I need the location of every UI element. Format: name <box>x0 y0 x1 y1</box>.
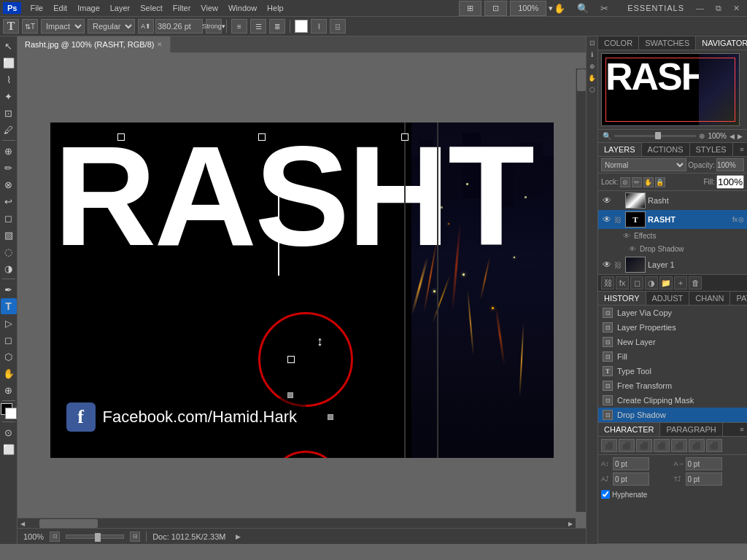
tab-actions[interactable]: ACTIONS <box>642 143 690 156</box>
align-center-btn[interactable]: ☰ <box>250 19 266 34</box>
crop-tool[interactable]: ⊡ <box>1 105 17 121</box>
layer-new-bottom-btn[interactable]: + <box>674 276 687 289</box>
zoom-tool[interactable]: ⊕ <box>1 382 17 398</box>
fill-input[interactable] <box>716 175 744 189</box>
history-brush-tool[interactable]: ↩ <box>1 193 17 209</box>
history-item-2[interactable]: ⊡ Layer Properties <box>598 320 747 335</box>
quick-select-tool[interactable]: ✦ <box>1 88 17 104</box>
justify-left-char-btn[interactable]: ⬛ <box>654 439 670 452</box>
tab-adjust[interactable]: ADJUST <box>646 292 690 305</box>
doc-info-arrow[interactable]: ▶ <box>233 532 243 542</box>
nav-zoom-slider[interactable] <box>614 135 696 137</box>
zoom-out-btn[interactable]: ⊟ <box>130 532 140 542</box>
layer-vis-layer1[interactable]: 👁 <box>601 259 613 271</box>
menu-image[interactable]: Image <box>73 2 104 14</box>
text-tool-icon[interactable]: T <box>3 19 19 34</box>
warp-text-btn[interactable]: ⌇ <box>311 19 327 34</box>
lock-transparent-btn[interactable]: ⊘ <box>620 177 630 187</box>
layer-delete-bottom-btn[interactable]: 🗑 <box>689 276 702 289</box>
tab-history[interactable]: HISTORY <box>598 292 646 305</box>
justify-center-char-btn[interactable]: ⬛ <box>671 439 687 452</box>
history-item-8[interactable]: ⊡ Drop Shadow <box>598 408 747 422</box>
menu-select[interactable]: Select <box>136 2 167 14</box>
menu-filter[interactable]: Filter <box>169 2 195 14</box>
document-tab[interactable]: Rasht.jpg @ 100% (RASHT, RGB/8) ✕ <box>18 36 171 52</box>
font-style-select[interactable]: Regular <box>88 19 135 34</box>
panel-toggle-1[interactable]: ⊡ <box>587 38 597 48</box>
layer-vis-rasht[interactable]: 👁 <box>601 195 613 206</box>
char-input-3[interactable] <box>613 472 649 486</box>
screen-mode-btn[interactable]: ⬜ <box>1 441 17 457</box>
layer-vis-RASHT[interactable]: 👁 <box>601 214 613 225</box>
zoom-tool-menu[interactable]: 🔍 <box>573 1 593 15</box>
align-right-btn[interactable]: ≣ <box>269 19 285 34</box>
lock-position-btn[interactable]: ✋ <box>643 177 654 187</box>
extra-tool[interactable]: ✂ <box>596 1 613 15</box>
healing-brush-tool[interactable]: ⊕ <box>1 143 17 159</box>
dodge-tool[interactable]: ◑ <box>1 260 17 276</box>
restore-btn[interactable]: ⧉ <box>711 2 726 15</box>
layer-adjustment-bottom-btn[interactable]: ◑ <box>645 276 658 289</box>
nav-view-box[interactable] <box>605 58 735 122</box>
move-tool[interactable]: ↖ <box>1 38 17 54</box>
history-item-3[interactable]: ⊡ New Layer <box>598 335 747 349</box>
essentials-label[interactable]: ESSENTIALS <box>623 2 689 14</box>
align-right-char-btn[interactable]: ⬛ <box>636 439 652 452</box>
opacity-input[interactable] <box>716 158 744 171</box>
lasso-tool[interactable]: ⌇ <box>1 71 17 88</box>
hand-tool[interactable]: ✋ <box>1 365 17 381</box>
scroll-left-btn[interactable]: ◀ <box>18 518 28 528</box>
layers-panel-menu[interactable]: ≡ <box>737 144 747 155</box>
layer-mask-bottom-btn[interactable]: ◻ <box>630 276 643 289</box>
layer-row-rasht[interactable]: 👁 Rasht <box>598 191 747 210</box>
canvas-content[interactable]: RASHT <box>50 122 554 458</box>
transform-handle-br[interactable] <box>287 392 293 398</box>
transform-handle-tl[interactable] <box>117 133 125 141</box>
tab-character[interactable]: CHARACTER <box>598 423 660 436</box>
horizontal-scrollbar[interactable]: ◀ ▶ <box>18 518 576 528</box>
zoom-slider-thumb[interactable] <box>95 533 101 542</box>
3d-tool[interactable]: ⬡ <box>1 349 17 365</box>
tab-swatches[interactable]: SWATCHES <box>639 36 696 50</box>
zoom-slider[interactable] <box>66 534 124 539</box>
menu-window[interactable]: Window <box>224 2 261 14</box>
foreground-color[interactable] <box>1 403 17 419</box>
shape-tool[interactable]: ◻ <box>1 332 17 348</box>
text-orientation-btn[interactable]: ⇅T <box>22 19 38 34</box>
zoom-fit-btn[interactable]: ⊡ <box>50 532 60 542</box>
nav-zoom-in[interactable]: ⊕ <box>699 132 705 140</box>
align-center-char-btn[interactable]: ⬛ <box>619 439 635 452</box>
quick-mask-btn[interactable]: ⊙ <box>1 424 17 440</box>
tab-paths[interactable]: PATHS <box>730 292 747 305</box>
justify-right-char-btn[interactable]: ⬛ <box>689 439 705 452</box>
layer-row-RASHT[interactable]: 👁 ⛓ T RASHT fx ◎ <box>598 210 747 229</box>
panel-toggle-3[interactable]: ⊕ <box>587 61 597 71</box>
tab-styles[interactable]: STYLES <box>690 143 733 156</box>
panel-toggle-4[interactable]: ✋ <box>587 73 597 83</box>
char-panel-menu[interactable]: ≡ <box>737 424 747 435</box>
text-tool[interactable]: T <box>1 298 17 314</box>
char-input-1[interactable] <box>613 457 649 470</box>
vertical-scrollbar[interactable] <box>576 69 586 512</box>
char-input-2[interactable] <box>686 457 722 470</box>
layer-group-bottom-btn[interactable]: 📁 <box>659 276 673 289</box>
screen-mode-selector[interactable]: ⊡ <box>484 1 507 16</box>
nav-zoom-out[interactable]: 🔍 <box>603 132 611 140</box>
menu-view[interactable]: View <box>196 2 222 14</box>
menu-layer[interactable]: Layer <box>106 2 135 14</box>
rectangular-marquee-tool[interactable]: ⬜ <box>1 55 17 71</box>
align-left-char-btn[interactable]: ⬛ <box>601 439 617 452</box>
nav-zoom-arrow1[interactable]: ◀ <box>729 133 735 140</box>
transform-handle-tr[interactable] <box>401 133 409 141</box>
brush-tool[interactable]: ✏ <box>1 160 17 176</box>
menu-file[interactable]: File <box>26 2 47 14</box>
pen-tool[interactable]: ✒ <box>1 281 17 298</box>
eyedropper-tool[interactable]: 🖊 <box>1 122 17 138</box>
gradient-tool[interactable]: ▨ <box>1 227 17 243</box>
drop-shadow-vis-btn[interactable]: 👁 <box>627 244 638 254</box>
close-btn[interactable]: ✕ <box>729 2 744 15</box>
history-item-5[interactable]: T Type Tool <box>598 364 747 378</box>
history-item-4[interactable]: ⊡ Fill <box>598 349 747 364</box>
panel-toggle-2[interactable]: ℹ <box>587 50 597 60</box>
history-item-7[interactable]: ⊡ Create Clipping Mask <box>598 393 747 408</box>
